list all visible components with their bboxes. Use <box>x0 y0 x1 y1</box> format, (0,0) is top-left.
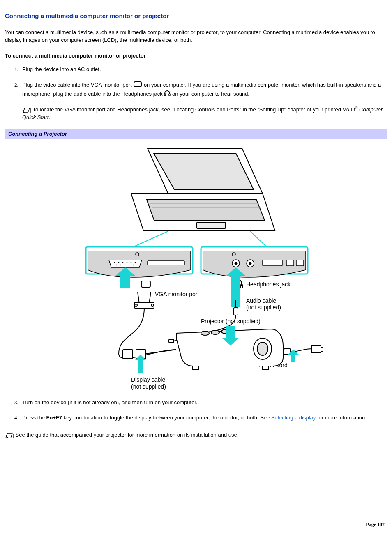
svg-point-27 <box>234 262 237 265</box>
svg-point-12 <box>122 262 123 263</box>
svg-point-10 <box>114 262 115 263</box>
svg-rect-23 <box>141 281 150 287</box>
label-audio1: Audio cable <box>246 297 276 304</box>
headphones-icon <box>164 90 171 99</box>
svg-point-37 <box>135 304 137 306</box>
svg-point-13 <box>126 262 127 263</box>
figure-caption: Connecting a Projector <box>5 129 387 139</box>
svg-rect-50 <box>263 366 268 369</box>
label-audio2: (not supplied) <box>246 304 281 311</box>
svg-rect-8 <box>197 222 226 228</box>
bottom-note: See the guide that accompanied your proj… <box>5 431 387 439</box>
page-number: Page 107 <box>5 521 387 528</box>
selecting-display-link[interactable]: Selecting a display <box>271 415 316 421</box>
svg-rect-33 <box>296 260 304 266</box>
svg-point-29 <box>249 262 251 265</box>
steps-list-continued: Turn on the device (if it is not already… <box>12 399 387 422</box>
step-4: Press the Fn+F7 key combination to toggl… <box>20 414 387 422</box>
step-3: Turn on the device (if it is not already… <box>20 399 387 407</box>
svg-rect-32 <box>286 260 294 266</box>
step-2: Plug the video cable into the VGA monito… <box>20 81 387 122</box>
svg-point-16 <box>116 264 117 265</box>
svg-point-46 <box>201 331 209 335</box>
steps-list: Plug the device into an AC outlet. Plug … <box>12 66 387 122</box>
label-proj: Projector (not supplied) <box>201 318 261 325</box>
svg-rect-39 <box>123 350 133 359</box>
step-2-note: To locate the VGA monitor port and Headp… <box>22 106 387 122</box>
svg-rect-21 <box>148 261 184 265</box>
svg-rect-41 <box>234 308 238 315</box>
vga-port-icon <box>133 81 142 90</box>
svg-point-47 <box>211 330 219 334</box>
pencil-note-icon <box>22 107 31 113</box>
svg-point-15 <box>134 262 136 263</box>
label-disp1: Display cable <box>131 376 165 383</box>
svg-rect-0 <box>134 82 141 87</box>
step-1: Plug the device into an AC outlet. <box>20 66 387 74</box>
svg-rect-1 <box>164 94 166 96</box>
svg-point-17 <box>120 264 121 265</box>
intro-paragraph: You can connect a multimedia device, suc… <box>5 29 387 44</box>
svg-point-14 <box>130 262 131 263</box>
document-page: Connecting a multimedia computer monitor… <box>0 0 392 532</box>
section-subhead: To connect a multimedia computer monitor… <box>5 52 387 60</box>
svg-rect-43 <box>169 339 174 343</box>
svg-point-18 <box>124 264 125 265</box>
svg-point-45 <box>257 342 268 355</box>
svg-point-38 <box>151 304 154 306</box>
projector-diagram: VGA monitor port Headphones jack Audio c… <box>69 144 323 391</box>
svg-point-11 <box>118 262 119 263</box>
pencil-note-icon <box>5 432 14 439</box>
page-title: Connecting a multimedia computer monitor… <box>5 12 387 21</box>
label-hp: Headphones jack <box>246 281 291 288</box>
svg-point-20 <box>132 264 134 265</box>
svg-point-19 <box>128 264 129 265</box>
label-vga: VGA monitor port <box>155 291 199 297</box>
label-disp2: (not supplied) <box>131 383 166 390</box>
svg-rect-49 <box>193 366 198 369</box>
